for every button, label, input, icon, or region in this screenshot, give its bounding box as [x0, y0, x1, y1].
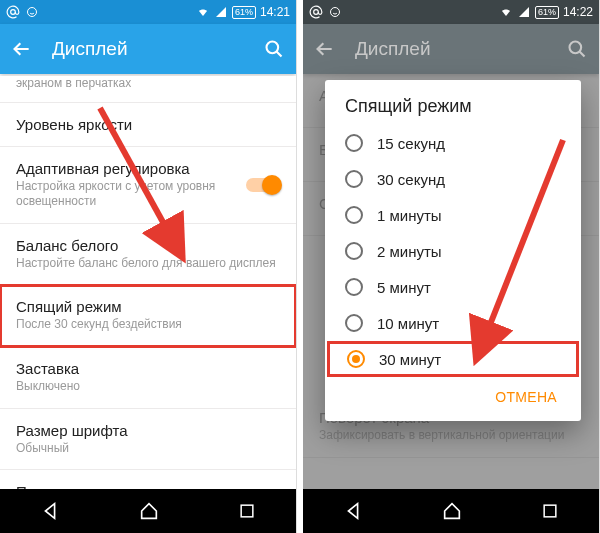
svg-point-6 — [331, 8, 340, 17]
svg-rect-3 — [241, 505, 253, 517]
item-white-balance[interactable]: Баланс белого Настройте баланс белого дл… — [0, 224, 296, 286]
phone-right: 61% 14:22 Дисплей А Б С Поворот экрана З… — [303, 0, 600, 533]
item-screensaver[interactable]: Заставка Выключено — [0, 347, 296, 409]
radio-option[interactable]: 2 минуты — [325, 233, 581, 269]
back-icon[interactable] — [12, 39, 32, 59]
radio-option[interactable]: 15 секунд — [325, 125, 581, 161]
wifi-icon — [196, 6, 210, 18]
nav-recent-icon[interactable] — [540, 501, 560, 521]
at-icon — [309, 5, 323, 19]
nav-home-icon[interactable] — [441, 500, 463, 522]
radio-icon — [345, 206, 363, 224]
circle-icon — [26, 6, 38, 18]
status-time: 14:22 — [563, 5, 593, 19]
svg-point-0 — [11, 10, 16, 15]
dialog-title: Спящий режим — [325, 96, 581, 125]
item-brightness[interactable]: Уровень яркости — [0, 103, 296, 147]
app-bar: Дисплей — [303, 24, 599, 74]
switch-adaptive[interactable] — [246, 178, 280, 192]
nav-back-icon[interactable] — [342, 500, 364, 522]
item-adaptive[interactable]: Адаптивная регулировка Настройка яркости… — [0, 147, 296, 224]
svg-point-5 — [314, 10, 319, 15]
app-bar: Дисплей — [0, 24, 296, 74]
svg-point-7 — [570, 42, 582, 54]
radio-icon — [345, 278, 363, 296]
cancel-button[interactable]: ОТМЕНА — [487, 383, 565, 411]
nav-back-icon[interactable] — [39, 500, 61, 522]
radio-option[interactable]: 10 минут — [325, 305, 581, 341]
signal-icon — [214, 6, 228, 18]
item-sleep[interactable]: Спящий режим После 30 секунд бездействия — [0, 285, 296, 347]
radio-icon — [345, 314, 363, 332]
nav-recent-icon[interactable] — [237, 501, 257, 521]
radio-icon — [347, 350, 365, 368]
back-icon[interactable] — [315, 39, 335, 59]
at-icon — [6, 5, 20, 19]
settings-list: экраном в перчатках Уровень яркости Адап… — [0, 76, 296, 532]
nav-bar — [0, 489, 296, 533]
radio-icon — [345, 134, 363, 152]
radio-option[interactable]: 30 секунд — [325, 161, 581, 197]
nav-home-icon[interactable] — [138, 500, 160, 522]
battery-icon: 61% — [232, 6, 256, 19]
search-icon[interactable] — [264, 39, 284, 59]
wifi-icon — [499, 6, 513, 18]
sleep-dialog: Спящий режим 15 секунд 30 секунд 1 минут… — [325, 80, 581, 421]
signal-icon — [517, 6, 531, 18]
status-bar: 61% 14:22 — [303, 0, 599, 24]
radio-icon — [345, 242, 363, 260]
svg-point-2 — [267, 42, 279, 54]
circle-icon — [329, 6, 341, 18]
nav-bar — [303, 489, 599, 533]
item-gloves[interactable]: экраном в перчатках — [0, 76, 296, 103]
page-title: Дисплей — [355, 38, 567, 60]
search-icon[interactable] — [567, 39, 587, 59]
radio-option[interactable]: 1 минуты — [325, 197, 581, 233]
status-bar: 61% 14:21 — [0, 0, 296, 24]
radio-option-selected[interactable]: 30 минут — [327, 341, 579, 377]
battery-icon: 61% — [535, 6, 559, 19]
item-font-size[interactable]: Размер шрифта Обычный — [0, 409, 296, 471]
svg-point-1 — [28, 8, 37, 17]
page-title: Дисплей — [52, 38, 264, 60]
radio-option[interactable]: 5 минут — [325, 269, 581, 305]
radio-icon — [345, 170, 363, 188]
status-time: 14:21 — [260, 5, 290, 19]
phone-left: 61% 14:21 Дисплей экраном в перчатках Ур… — [0, 0, 297, 533]
svg-rect-8 — [544, 505, 556, 517]
dialog-actions: ОТМЕНА — [325, 377, 581, 415]
